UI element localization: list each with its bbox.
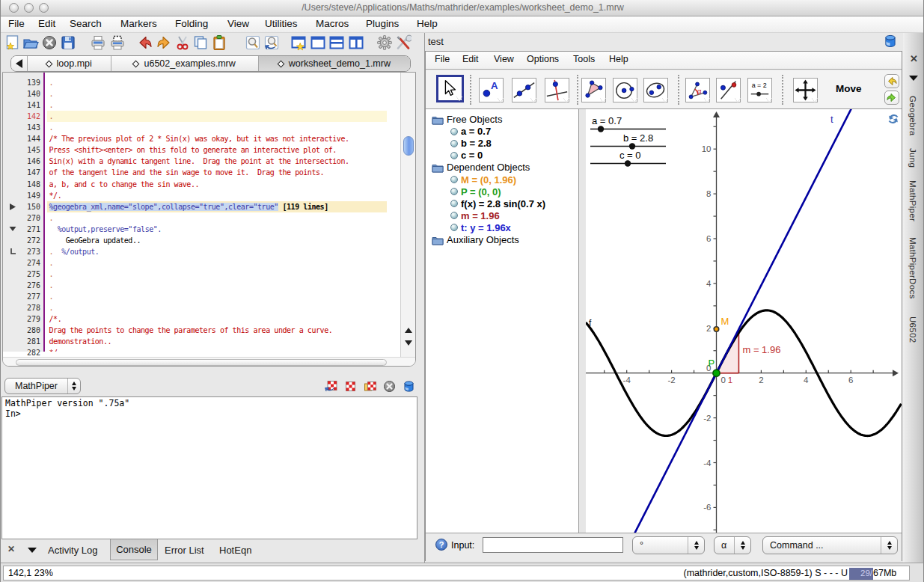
scroll-up-button[interactable] <box>401 324 415 337</box>
menu-search[interactable]: Search <box>70 18 102 29</box>
menu-help[interactable]: Help <box>417 18 438 29</box>
algebra-view[interactable]: Free Objectsa = 0.7b = 2.8c = 0Dependent… <box>426 109 579 533</box>
editor-line[interactable]: . <box>47 111 387 122</box>
undo-button[interactable] <box>137 34 153 51</box>
global-options-button[interactable] <box>376 34 393 51</box>
undo-button[interactable] <box>884 74 899 88</box>
algebra-item[interactable]: t: y = 1.96x <box>426 222 578 234</box>
tool-polygon-button[interactable] <box>581 78 606 102</box>
paste-button[interactable] <box>211 34 227 51</box>
alpha-dropdown[interactable]: α <box>714 536 751 554</box>
plugin-manager-button[interactable] <box>395 34 411 51</box>
editor-line[interactable]: */. <box>47 190 387 201</box>
visibility-marble-icon[interactable] <box>450 212 458 219</box>
editor-line[interactable]: GeoGebra updated.. <box>47 235 387 246</box>
degree-dropdown[interactable]: ° <box>632 536 705 554</box>
database-icon[interactable] <box>884 34 896 49</box>
editor-line[interactable]: . <box>47 77 387 88</box>
editor-line[interactable]: Drag the points to change the parameters… <box>47 325 387 336</box>
menu-folding[interactable]: Folding <box>175 18 208 29</box>
tool-move-button[interactable] <box>436 75 464 102</box>
editor-line[interactable]: . <box>47 122 387 133</box>
split-vertical-button[interactable] <box>348 34 364 51</box>
menu-edit[interactable]: Edit <box>38 18 55 29</box>
scrollbar-thumb[interactable] <box>16 359 387 366</box>
find-next-button[interactable] <box>263 34 280 51</box>
geogebra-menu-file[interactable]: File <box>435 54 450 64</box>
close-dock-button[interactable]: ✕ <box>7 544 15 554</box>
scroll-down-button[interactable] <box>401 337 415 349</box>
algebra-item[interactable]: P = (0, 0) <box>426 186 578 198</box>
run-script-button[interactable] <box>325 380 337 393</box>
tool-dropdown-icon[interactable] <box>766 98 772 102</box>
find-button[interactable] <box>245 34 261 51</box>
copy-button[interactable] <box>192 34 209 51</box>
algebra-item[interactable]: c = 0 <box>426 150 578 162</box>
editor-line[interactable]: . <box>47 88 387 99</box>
geogebra-menu-edit[interactable]: Edit <box>462 54 479 64</box>
fold-collapsed-icon[interactable] <box>8 201 17 212</box>
tool-dropdown-icon[interactable] <box>735 98 741 102</box>
buffer-tab-u6502_examples.mrw[interactable]: u6502_examples.mrw <box>111 56 259 71</box>
open-folder-button[interactable] <box>22 34 39 51</box>
dock-tab-console[interactable]: Console <box>110 539 158 560</box>
algebra-item[interactable]: f(x) = 2.8 sin(0.7 x) <box>426 198 578 210</box>
tool-mirror-button[interactable] <box>716 78 741 102</box>
dock-tab-jung[interactable]: Jung <box>908 148 917 168</box>
editor-line[interactable]: . <box>47 302 387 313</box>
editor-line[interactable]: %geogebra_xml,name="slope",collapse="tru… <box>47 201 387 212</box>
algebra-section[interactable]: Dependent Objects <box>426 162 578 174</box>
unsplit-button[interactable] <box>310 34 326 51</box>
editor-line[interactable]: . <box>47 99 387 111</box>
menu-view[interactable]: View <box>227 18 249 29</box>
visibility-marble-icon[interactable] <box>450 176 458 183</box>
visibility-marble-icon[interactable] <box>450 152 458 159</box>
algebra-section[interactable]: Free Objects <box>426 114 578 126</box>
dock-tab-error-list[interactable]: Error List <box>165 545 204 556</box>
state-button[interactable] <box>403 380 415 393</box>
editor-text-area[interactable]: ...../* The previous plot of 2 * Sin(x) … <box>47 73 387 352</box>
fold-end-icon[interactable] <box>8 246 17 257</box>
editor-line[interactable]: Sin(x) with a dynamic tangent line. Drag… <box>47 156 387 167</box>
editor-line[interactable]: of the tangent line and the sin wage to … <box>47 167 387 178</box>
visibility-marble-icon[interactable] <box>450 188 458 195</box>
tool-perpendicular-button[interactable] <box>545 78 569 102</box>
editor-line[interactable]: . <box>47 280 387 291</box>
close-buffer-button[interactable] <box>41 34 58 51</box>
buffer-tab-loop.mpi[interactable]: loop.mpi <box>28 56 111 71</box>
dock-tab-u6502[interactable]: U6502 <box>908 316 917 343</box>
editor-pane[interactable]: 1391401411421431441451461471481491502702… <box>2 72 416 367</box>
geogebra-menu-options[interactable]: Options <box>527 54 559 64</box>
tool-dropdown-icon[interactable] <box>530 98 536 102</box>
graph-canvas[interactable]: -4-2246-6-4-2246810001m = 1.96MPtfa = 0.… <box>586 109 902 533</box>
redo-button[interactable] <box>156 34 172 51</box>
tool-dropdown-icon[interactable] <box>662 98 668 102</box>
tool-move-view-button[interactable] <box>793 78 818 102</box>
dock-tab-hoteqn[interactable]: HotEqn <box>219 545 251 556</box>
menu-plugins[interactable]: Plugins <box>366 18 399 29</box>
dock-tab-mathpiperdocs[interactable]: MathPiperDocs <box>908 237 917 299</box>
dock-tab-activity-log[interactable]: Activity Log <box>48 545 97 556</box>
help-icon[interactable]: ? <box>435 539 447 551</box>
tool-ellipse-button[interactable] <box>643 78 668 102</box>
dock-menu-button[interactable] <box>909 76 918 81</box>
tool-line-button[interactable] <box>512 78 536 102</box>
tool-circle-button[interactable] <box>613 78 637 102</box>
close-dock-button[interactable]: ✕ <box>910 53 918 64</box>
algebra-item[interactable]: M = (0, 1.96) <box>426 174 578 186</box>
editor-line[interactable]: . <box>47 212 387 224</box>
tool-dropdown-icon[interactable] <box>704 98 710 102</box>
editor-vertical-scrollbar[interactable] <box>400 73 415 358</box>
visibility-marble-icon[interactable] <box>450 200 458 207</box>
fold-expanded-icon[interactable] <box>8 224 17 235</box>
algebra-item[interactable]: a = 0.7 <box>426 126 578 138</box>
shell-selector-dropdown[interactable]: MathPiper <box>4 378 81 394</box>
new-view-button[interactable] <box>290 34 307 51</box>
menu-utilities[interactable]: Utilities <box>265 18 298 29</box>
editor-line[interactable]: /* The previous plot of 2 * Sin(x) was o… <box>47 133 387 144</box>
menu-macros[interactable]: Macros <box>316 18 349 29</box>
editor-gutter[interactable]: 1391401411421431441451461471481491502702… <box>3 73 45 352</box>
command-dropdown[interactable]: Command ... <box>762 536 898 554</box>
run-fold-button[interactable] <box>344 380 357 393</box>
tool-angle-button[interactable]: α <box>685 78 710 102</box>
